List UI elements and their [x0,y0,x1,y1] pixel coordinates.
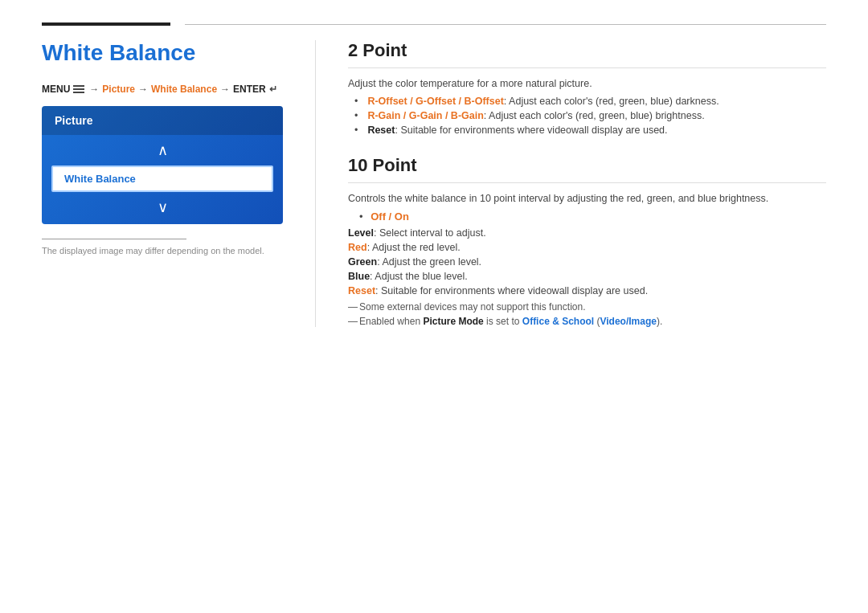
section-2point: 2 Point Adjust the color temperature for… [348,40,826,136]
picture-widget-up[interactable]: ∧ [42,135,283,162]
red-item: Red: Adjust the red level. [348,242,826,253]
off-on-value: Off / On [371,210,409,223]
rgain-bold: R-Gain / G-Gain / B-Gain [367,110,483,121]
arrow1: → [89,84,99,95]
right-column: 2 Point Adjust the color temperature for… [315,40,826,327]
enter-label: ENTER [233,84,266,95]
menu-path: MENU → Picture → White Balance → ENTER ↵ [42,84,283,95]
red-rest: : Adjust the red level. [367,242,461,253]
bullet-reset1: Reset: Suitable for environments where v… [354,125,826,136]
enter-icon: ↵ [269,84,277,95]
menu-icon [73,85,84,93]
arrow2: → [138,84,148,95]
note2-bold3: Video/Image [600,316,656,327]
top-bar-short-line [42,22,170,26]
note2-before: Enabled when [359,316,423,327]
note2-bold1: Picture Mode [423,316,483,327]
section-2point-title: 2 Point [348,40,826,68]
section-2point-desc: Adjust the color temperature for a more … [348,78,826,89]
left-column: White Balance MENU → Picture → White Bal… [42,40,315,327]
bullet-roffset: R-Offset / G-Offset / B-Offset: Adjust e… [354,96,826,107]
green-rest: : Adjust the green level. [377,256,481,268]
roffset-bold: R-Offset / G-Offset / B-Offset [367,96,503,107]
chevron-down-icon[interactable]: ∨ [158,198,168,216]
reset2-bold: Reset [348,285,375,296]
picture-link: Picture [102,84,135,95]
picture-widget: Picture ∧ White Balance ∨ [42,106,283,224]
level-bold: Level [348,227,374,239]
off-on-bullet-container: • Off / On [348,210,826,223]
off-on-bullet-dot: • [359,210,363,223]
chevron-up-icon[interactable]: ∧ [158,141,168,159]
white-balance-link: White Balance [151,84,217,95]
picture-widget-header: Picture [42,106,283,135]
note1: Some external devices may not support th… [348,301,826,313]
reset2-item: Reset: Suitable for environments where v… [348,285,826,296]
top-bar [0,0,868,26]
main-layout: White Balance MENU → Picture → White Bal… [0,40,868,327]
section-10point-title: 10 Point [348,155,826,183]
picture-widget-selected-item: White Balance [51,166,273,192]
section-10point: 10 Point Controls the white balance in 1… [348,155,826,327]
blue-item: Blue: Adjust the blue level. [348,271,826,282]
level-item: Level: Select interval to adjust. [348,227,826,239]
note2: Enabled when Picture Mode is set to Offi… [348,316,826,327]
section-2point-bullets: R-Offset / G-Offset / B-Offset: Adjust e… [348,96,826,136]
reset1-rest: : Suitable for environments where videow… [395,125,667,136]
note2-mid: is set to [484,316,522,327]
section-10point-desc: Controls the white balance in 10 point i… [348,193,826,204]
arrow3: → [220,84,230,95]
roffset-rest: : Adjust each color's (red, green, blue)… [504,96,719,107]
disclaimer-text: The displayed image may differ depending… [42,246,283,255]
top-bar-long-line [185,24,826,25]
note2-paren-close: ). [657,316,662,327]
menu-label: MENU [42,84,70,95]
picture-widget-down[interactable]: ∨ [42,195,283,224]
reset1-bold: Reset [367,125,395,136]
page-title: White Balance [42,40,283,66]
blue-rest: : Adjust the blue level. [370,271,468,282]
green-item: Green: Adjust the green level. [348,256,826,268]
reset2-rest: : Suitable for environments where videow… [375,285,648,296]
level-rest: : Select interval to adjust. [374,227,486,239]
rgain-rest: : Adjust each color's (red, green, blue)… [484,110,705,121]
bullet-rgain: R-Gain / G-Gain / B-Gain: Adjust each co… [354,110,826,121]
blue-bold: Blue [348,271,370,282]
red-bold: Red [348,242,367,253]
green-bold: Green [348,256,377,268]
disclaimer-line [42,239,186,239]
note2-bold2: Office & School [522,316,594,327]
